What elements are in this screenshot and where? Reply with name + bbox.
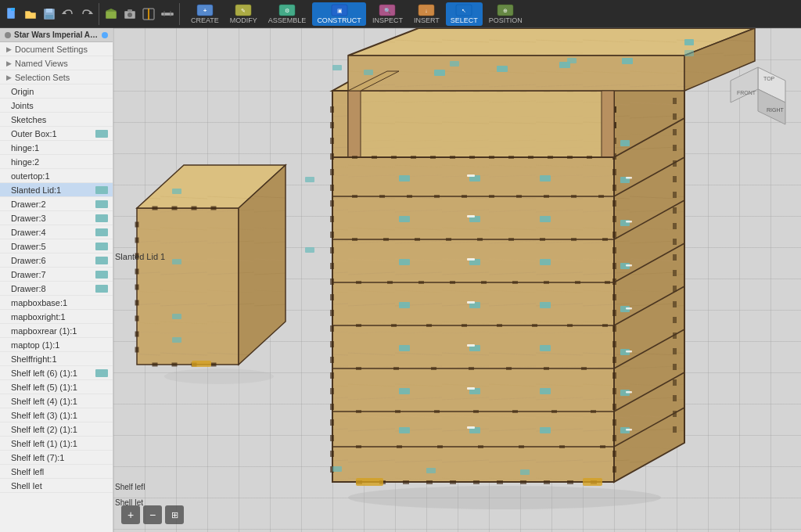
sidebar-section-selection-sets[interactable]: ▶ Selection Sets [0,70,113,84]
select-group[interactable]: ↖ SELECT [446,2,483,26]
svg-rect-233 [462,195,467,198]
sidebar-item-joints[interactable]: Joints [0,99,113,113]
svg-rect-230 [379,195,385,198]
svg-text:TOP: TOP [763,76,775,81]
sidebar-item-shell-iet[interactable]: Shell Iet [0,479,113,493]
sidebar-section-document-settings[interactable]: ▶ Document Settings [0,42,113,56]
inspect-group[interactable]: 🔍 INSPECT [368,2,408,26]
svg-rect-326 [467,387,475,390]
project-header[interactable]: Star Wars Imperial Assault St... [0,28,113,42]
nav-cube-svg: TOP FRONT RIGHT [723,63,793,134]
svg-rect-107 [330,310,334,316]
svg-rect-270 [544,367,549,370]
sidebar-item-shelffright[interactable]: Shelffright:1 [0,352,113,366]
sidebar-item-drawer8[interactable]: Drawer:8 [0,282,113,296]
sidebar-item-mapboxrear[interactable]: mapboxrear (1):1 [0,324,113,338]
svg-point-351 [348,486,661,509]
redo-button[interactable] [78,5,95,23]
sidebar-item-shelf-left-6[interactable]: Shelf left (6) (1):1 [0,366,113,380]
section-button[interactable] [140,5,157,23]
camera-button[interactable] [121,5,138,23]
sidebar-item-shelf-left-2[interactable]: Shelf left (2) (1):1 [0,422,113,437]
svg-rect-229 [352,195,357,198]
create-group[interactable]: + CREATE [186,2,224,26]
open-button[interactable] [22,5,39,23]
zoom-out-button[interactable]: − [143,505,162,524]
measure-button[interactable] [159,5,176,23]
modify-group-icon: ✎ [235,4,252,16]
svg-rect-346 [364,70,373,75]
sidebar-item-drawer2[interactable]: Drawer:2 [0,197,113,211]
position-group[interactable]: ⊕ POSITION [484,2,527,26]
fit-view-button[interactable]: ⊞ [165,505,184,524]
svg-rect-159 [497,480,503,484]
svg-rect-332 [626,350,632,353]
new-file-button[interactable] [3,5,20,23]
sidebar-section-named-views[interactable]: ▶ Named Views [0,56,113,70]
svg-rect-216 [352,156,357,159]
svg-rect-79 [135,300,138,305]
construct-group[interactable]: ▣ CONSTRUCT [312,2,366,26]
sidebar-item-mapboxright[interactable]: mapboxright:1 [0,310,113,324]
sidebar-item-sketches[interactable]: Sketches [0,113,113,127]
assemble-group-icon: ⚙ [278,4,296,16]
svg-text:↓: ↓ [426,8,429,13]
svg-rect-263 [567,324,573,327]
sidebar-item-outertop[interactable]: outertop:1 [0,169,113,183]
sidebar-item-outer-box[interactable]: Outer Box:1 [0,127,113,141]
sidebar-item-shelf-left-1[interactable]: Shelf left (1) (1):1 [0,437,113,451]
svg-rect-126 [612,232,616,238]
sidebar-item-shelf-left-4[interactable]: Shelf left (4) (1):1 [0,394,113,408]
sidebar-item-maptop[interactable]: maptop (1):1 [0,338,113,352]
viewport[interactable]: Slanted Lid 1 Shelf lefl Shell Iet [113,28,801,532]
insert-group-icon: ↓ [418,4,435,16]
insert-group[interactable]: ↓ INSERT [409,2,444,26]
sidebar-item-drawer4[interactable]: Drawer:4 [0,225,113,239]
sidebar-item-drawer7[interactable]: Drawer:7 [0,268,113,282]
svg-rect-88 [172,363,177,366]
undo-button[interactable] [59,5,77,23]
svg-rect-173 [673,129,677,135]
svg-rect-343 [332,466,342,472]
svg-rect-234 [489,195,494,198]
svg-marker-193 [348,91,614,157]
sidebar-item-drawer3[interactable]: Drawer:3 [0,211,113,225]
svg-rect-231 [407,195,412,198]
view3d-button[interactable] [102,5,120,23]
mapboxrear-label: mapboxrear (1):1 [11,326,77,336]
svg-rect-247 [602,238,608,241]
sidebar-item-shelf-left-3[interactable]: Shelf left (3) (1):1 [0,408,113,422]
sidebar-item-shelf-left-7[interactable]: Shelf left (7):1 [0,451,113,465]
sidebar-item-origin[interactable]: Origin [0,84,113,99]
svg-rect-322 [467,215,475,217]
save-button[interactable] [41,5,58,23]
sidebar-item-drawer5[interactable]: Drawer:5 [0,239,113,253]
sidebar-item-slanted-lid[interactable]: Slanted Lid:1 [0,183,113,197]
model-svg: Slanted Lid 1 Shelf lefl Shell Iet [113,28,801,532]
create-group-icon: + [196,4,214,16]
sidebar-item-hinge1[interactable]: hinge:1 [0,141,113,155]
svg-rect-324 [467,301,475,304]
svg-marker-198 [602,91,614,157]
svg-rect-105 [330,279,334,285]
svg-rect-338 [332,65,342,70]
named-views-label: Named Views [15,59,68,68]
sidebar-item-shelf-lefl[interactable]: Shelf lefl [0,465,113,479]
sidebar-item-drawer6[interactable]: Drawer:6 [0,253,113,268]
svg-rect-1 [11,8,15,11]
sidebar-item-shelf-left-5[interactable]: Shelf left (5) (1):1 [0,380,113,394]
modify-group[interactable]: ✎ MODIFY [225,2,262,26]
svg-rect-192 [673,426,677,433]
svg-rect-221 [450,156,455,159]
sidebar-item-hinge2[interactable]: hinge:2 [0,155,113,169]
drawer5-icon [95,243,108,250]
nav-cube[interactable]: TOP FRONT RIGHT [723,63,793,134]
svg-rect-287 [399,216,410,222]
svg-rect-116 [330,451,334,457]
svg-rect-84 [172,207,177,210]
svg-rect-179 [673,223,677,229]
sidebar-item-mapboxbase[interactable]: mapboxbase:1 [0,296,113,310]
zoom-in-button[interactable]: + [121,505,140,524]
assemble-group[interactable]: ⚙ ASSEMBLE [264,2,311,26]
drawer8-label: Drawer:8 [11,284,46,293]
